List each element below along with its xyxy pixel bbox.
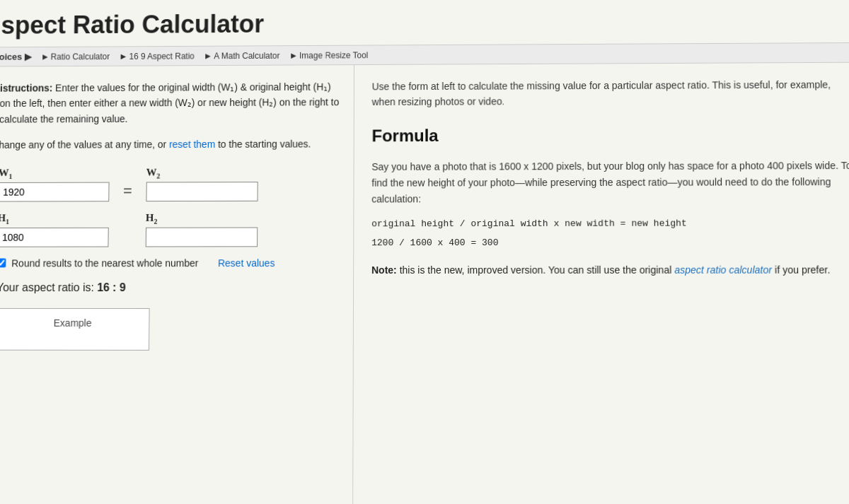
result-prefix: Your aspect ratio is: [0, 281, 97, 293]
round-checkbox[interactable] [0, 259, 6, 268]
note-text: Note: this is the new, improved version.… [371, 262, 849, 279]
note-suffix: if you prefer. [772, 264, 830, 276]
calc-form: W1 = W2 H1 [0, 166, 340, 351]
w2-label: W2 [146, 166, 161, 180]
breadcrumb-169-aspect[interactable]: ▶ 16 9 Aspect Ratio [115, 49, 200, 62]
formula-code: original height / original width x new w… [371, 217, 849, 233]
h2-group-wrap: H2 [146, 211, 258, 247]
main-content: istructions: Enter the values for the or… [0, 63, 849, 504]
result-value: 16 : 9 [97, 281, 126, 293]
formula-example: 1200 / 1600 x 400 = 300 [371, 236, 849, 252]
intro-text: Use the form at left to calculate the mi… [372, 77, 849, 110]
arrow-icon: ▶ [121, 52, 127, 60]
right-column: Use the form at left to calculate the mi… [353, 63, 849, 504]
checkbox-row: Round results to the nearest whole numbe… [0, 257, 339, 269]
checkbox-label: Round results to the nearest whole numbe… [11, 257, 198, 269]
note-bold: Note: [371, 264, 397, 276]
reset-values-link[interactable]: Reset values [218, 257, 275, 269]
breadcrumb-math-calc[interactable]: ▶ A Math Calculator [200, 49, 286, 62]
equals-sign: = [123, 182, 132, 200]
right-inputs: W2 [146, 166, 258, 201]
h1-label: H1 [0, 212, 9, 225]
example-label: Example [54, 317, 92, 328]
arrow-icon: ▶ [291, 52, 296, 59]
w2-group: W2 [146, 166, 258, 201]
h1-group: H1 [0, 212, 109, 247]
reset-them-link[interactable]: reset them [169, 139, 215, 150]
h2-input[interactable] [146, 227, 258, 247]
result-text: Your aspect ratio is: 16 : 9 [0, 281, 339, 294]
breadcrumb-ellipsis[interactable]: oices ▶ [0, 50, 37, 64]
h2-group: H2 [146, 211, 258, 247]
w1-label: W1 [0, 167, 13, 180]
page-title: spect Ratio Calculator [0, 0, 849, 47]
w1-input[interactable] [0, 182, 110, 201]
h2-label: H2 [146, 211, 158, 225]
note-body: this is the new, improved version. You c… [397, 264, 675, 276]
left-column: istructions: Enter the values for the or… [0, 65, 354, 504]
aspect-ratio-link[interactable]: aspect ratio calculator [674, 264, 772, 276]
arrow-icon: ▶ [205, 52, 211, 60]
page-container: spect Ratio Calculator oices ▶ ▶ Ratio C… [0, 0, 849, 504]
width-row: W1 = W2 [0, 166, 340, 201]
h1-input[interactable] [0, 227, 109, 247]
change-text: hange any of the values at any time, or … [0, 136, 340, 153]
arrow-icon: ▶ [42, 53, 48, 61]
w1-group: W1 [0, 166, 110, 201]
instructions-bold: istructions: [0, 83, 52, 94]
example-box: Example [0, 307, 150, 350]
formula-heading: Formula [371, 121, 849, 149]
breadcrumb-image-resize[interactable]: ▶ Image Resize Tool [285, 49, 374, 61]
instructions: istructions: Enter the values for the or… [0, 79, 340, 127]
w2-input[interactable] [146, 182, 258, 201]
formula-desc: Say you have a photo that is 1600 x 1200… [371, 158, 849, 208]
height-row: H1 = H2 [0, 211, 340, 247]
breadcrumb-ratio-calculator[interactable]: ▶ Ratio Calculator [37, 50, 115, 63]
